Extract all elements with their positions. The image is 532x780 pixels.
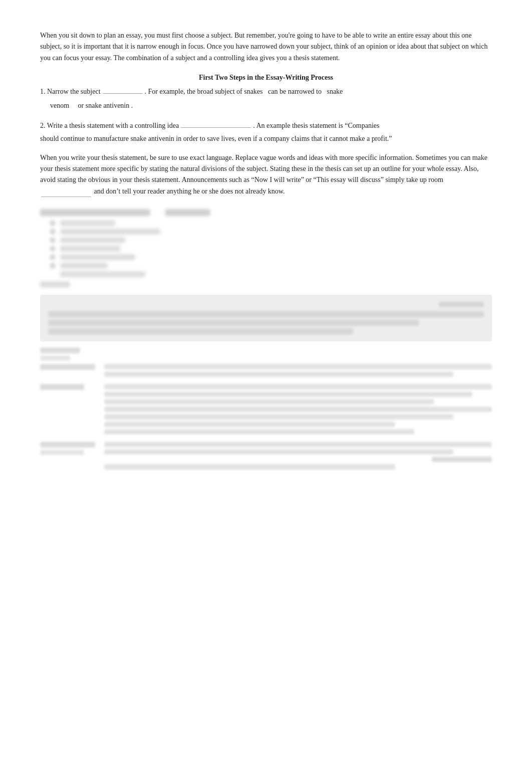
blurred-title-row: [40, 209, 492, 216]
step2-line: 2. Write a thesis statement with a contr…: [40, 120, 492, 132]
step1-line: 1. Narrow the subject . For example, the…: [40, 86, 492, 98]
step2-prefix: 2. Write a thesis statement with a contr…: [40, 120, 179, 132]
step2-mid: . An example thesis statement is “Compan…: [253, 120, 379, 132]
list-item: [50, 220, 492, 226]
step1-gap1: [103, 93, 143, 94]
list-item: [50, 229, 492, 235]
step2-body: should continue to manufacture snake ant…: [40, 133, 492, 144]
step1-word2: snake: [327, 86, 343, 98]
step2-gap: [181, 127, 251, 128]
blurred-content: [40, 209, 492, 472]
step1-prefix: 1. Narrow the subject: [40, 86, 101, 98]
para3: When you write your thesis statement, be…: [40, 152, 492, 198]
list-item: [50, 246, 492, 252]
list-item: [50, 254, 492, 260]
blurred-table: [40, 347, 492, 472]
step1-word1: snakes: [244, 86, 262, 98]
para3-gap: [41, 197, 91, 197]
list-item: [50, 263, 492, 269]
step1-indent: venom or snake antivenin .: [50, 100, 492, 112]
blurred-box: [40, 295, 492, 341]
section-title: First Two Steps in the Essay-Writing Pro…: [40, 74, 492, 82]
intro-paragraph: When you sit down to plan an essay, you …: [40, 30, 492, 64]
blurred-list: [50, 220, 492, 277]
step1-mid: . For example, the broad subject of: [145, 86, 242, 98]
list-item: [50, 237, 492, 243]
step1-narrowed: can be narrowed to: [268, 86, 322, 98]
blurred-subhead: [40, 281, 492, 288]
list-item: [50, 271, 492, 277]
